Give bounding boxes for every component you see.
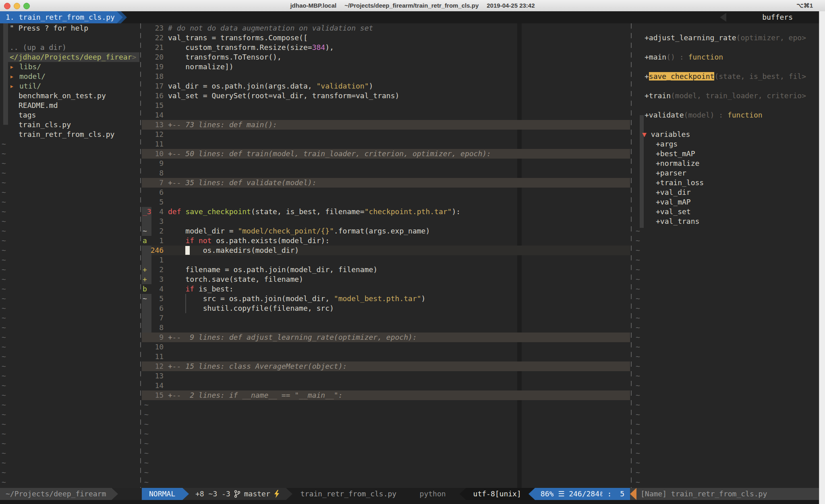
nerdtree-item-label: tags bbox=[19, 111, 36, 119]
code-line[interactable]: 7 bbox=[142, 313, 630, 323]
tagbar-tag[interactable]: +save_checkpoint(state, is_best, fil> bbox=[632, 72, 820, 81]
tagbar-tag[interactable]: +train(model, train_loader, criterio> bbox=[632, 91, 820, 101]
nerdtree-item[interactable]: benchmark_on_test.py bbox=[0, 91, 139, 101]
empty-line-tilde: ~ bbox=[0, 429, 139, 439]
code-line[interactable]: 12 bbox=[142, 130, 630, 139]
code-line[interactable]: 21 custom_transform.Resize(size=384), bbox=[142, 43, 630, 52]
folded-code-line[interactable]: 15+-- 2 lines: if __name__ == "__main__"… bbox=[142, 390, 630, 400]
nerdtree-item[interactable]: train_retr_from_cls.py bbox=[0, 130, 139, 139]
nerdtree-item[interactable]: .. (up a dir) bbox=[0, 43, 139, 52]
code-text: +-- 2 lines: if __name__ == "__main__": bbox=[168, 390, 342, 400]
command-line[interactable] bbox=[0, 500, 825, 504]
code-line[interactable]: 17val_dir = os.path.join(args.data, "val… bbox=[142, 81, 630, 91]
code-line[interactable]: ~5 src = os.path.join(model_dir, "model_… bbox=[142, 294, 630, 304]
nerdtree-item[interactable]: train_cls.py bbox=[0, 120, 139, 130]
tagbar-blank-line bbox=[632, 81, 820, 91]
git-segment: +8 ~3 -3 master bbox=[189, 488, 286, 500]
tagbar-tag[interactable]: +val_dir bbox=[632, 188, 820, 197]
code-line[interactable]: 10 bbox=[142, 342, 630, 352]
code-line[interactable]: +2 filename = os.path.join(model_dir, fi… bbox=[142, 265, 630, 275]
nerdtree-item[interactable]: </jdhao/Projects/deep_firear> bbox=[0, 52, 139, 62]
folded-code-line[interactable]: 7+-- 35 lines: def validate(model): bbox=[142, 178, 630, 188]
code-line[interactable]: 11 bbox=[142, 352, 630, 361]
list-icon: ☰ bbox=[558, 490, 564, 498]
nerdtree-item[interactable] bbox=[0, 33, 139, 43]
tagbar-tag[interactable]: +best_mAP bbox=[632, 149, 820, 159]
code-line[interactable]: 8 bbox=[142, 323, 630, 333]
code-line[interactable]: 5 bbox=[142, 197, 630, 207]
code-text: src = os.path.join(model_dir, "model_bes… bbox=[168, 294, 425, 304]
nerdtree-item[interactable]: ▸util/ bbox=[0, 81, 139, 91]
code-line[interactable]: 6 bbox=[142, 188, 630, 197]
tagbar-tag[interactable]: +normalize bbox=[632, 159, 820, 168]
code-line[interactable]: 246 os.makedirs(model_dir) bbox=[142, 246, 630, 255]
tagbar-tag[interactable]: +args bbox=[632, 139, 820, 149]
code-line[interactable]: 15 bbox=[142, 101, 630, 110]
nerdtree-item[interactable]: ▸model/ bbox=[0, 72, 139, 81]
tagbar-tag[interactable]: +val_mAP bbox=[632, 197, 820, 207]
gutter-sign: b bbox=[143, 284, 151, 294]
tagbar-tag[interactable]: +train_loss bbox=[632, 178, 820, 188]
code-text: if is_best: bbox=[168, 284, 234, 294]
keyboard-shortcut-hint: ⌥⌘1 bbox=[796, 0, 813, 11]
code-line[interactable]: 14 bbox=[142, 381, 630, 390]
tagbar-tag[interactable]: +val_trans bbox=[632, 217, 820, 226]
nerdtree-file-explorer[interactable]: " Press ? for help.. (up a dir)</jdhao/P… bbox=[0, 23, 139, 488]
empty-line-tilde: ~ bbox=[0, 246, 139, 255]
statusline: ~/Projects/deep_firearm NORMAL +8 ~3 -3 … bbox=[0, 488, 825, 500]
folded-code-line[interactable]: 9+-- 9 lines: def adjust_learning_rate(o… bbox=[142, 333, 630, 342]
sign-column-band bbox=[142, 323, 151, 333]
code-line[interactable]: 8 bbox=[142, 168, 630, 178]
tagbar-tag[interactable]: +adjust_learning_rate(optimizer, epo> bbox=[632, 33, 820, 43]
nerdtree-item-label: benchmark_on_test.py bbox=[19, 91, 106, 100]
nerdtree-item[interactable]: tags bbox=[0, 110, 139, 120]
empty-line-tilde: ~ bbox=[632, 468, 820, 477]
folded-code-line[interactable]: 10+-- 50 lines: def train(model, train_l… bbox=[142, 149, 630, 159]
code-line[interactable]: ~2 model_dir = "model/check_point/{}".fo… bbox=[142, 226, 630, 236]
code-line[interactable]: 6 shutil.copyfile(filename, src) bbox=[142, 304, 630, 313]
code-line[interactable]: +3 torch.save(state, filename) bbox=[142, 275, 630, 284]
empty-line-tilde: ~ bbox=[632, 294, 820, 304]
code-line[interactable]: 13 bbox=[142, 371, 630, 381]
code-line[interactable]: 20 transforms.ToTensor(), bbox=[142, 52, 630, 62]
tagbar-blank-line bbox=[632, 101, 820, 110]
code-line[interactable]: _34def save_checkpoint(state, is_best, f… bbox=[142, 207, 630, 217]
fold-open-triangle-icon: ▼ bbox=[642, 130, 647, 138]
code-line[interactable]: b4 if is_best: bbox=[142, 284, 630, 294]
code-line[interactable]: 23# do not do data augmentation on valid… bbox=[142, 23, 630, 33]
tagbar-tag[interactable]: +validate(model) : function bbox=[632, 110, 820, 120]
tagbar-kind-header[interactable]: ▼ variables bbox=[632, 130, 820, 139]
empty-line-tilde: ~ bbox=[632, 448, 820, 458]
tagbar-outline[interactable]: +adjust_learning_rate(optimizer, epo>+ma… bbox=[632, 23, 820, 488]
nerdtree-item[interactable]: ▸libs/ bbox=[0, 62, 139, 72]
folded-code-line[interactable]: 13+-- 73 lines: def main(): bbox=[142, 120, 630, 130]
line-number: 11 bbox=[151, 352, 164, 361]
code-line[interactable]: 22val_trans = transforms.Compose([ bbox=[142, 33, 630, 43]
code-line[interactable]: 11 bbox=[142, 139, 630, 149]
nerdtree-item[interactable]: README.md bbox=[0, 101, 139, 110]
line-number: 16 bbox=[151, 91, 164, 101]
nerdtree-item-label: README.md bbox=[19, 101, 58, 109]
code-line[interactable]: a1 if not os.path.exists(model_dir): bbox=[142, 236, 630, 246]
empty-line-tilde: ~ bbox=[0, 149, 139, 159]
code-line[interactable]: 18 bbox=[142, 72, 630, 81]
window-scrollbar[interactable] bbox=[819, 11, 825, 504]
code-line[interactable]: 9 bbox=[142, 159, 630, 168]
tagbar-tag[interactable]: +main() : function bbox=[632, 52, 820, 62]
code-line[interactable]: 3 bbox=[142, 217, 630, 226]
sign-column-band bbox=[142, 313, 151, 323]
folded-code-line[interactable]: 12+-- 15 lines: class AverageMeter(objec… bbox=[142, 361, 630, 371]
powerline-arrow-icon bbox=[286, 488, 292, 500]
code-line[interactable]: 19 normalize]) bbox=[142, 62, 630, 72]
nerdtree-item[interactable]: " Press ? for help bbox=[0, 23, 139, 33]
code-line[interactable]: 16val_set = QuerySet(root=val_dir, trans… bbox=[142, 91, 630, 101]
tab-buffer-1[interactable]: 1. train_retr_from_cls.py bbox=[0, 11, 123, 23]
tagbar-tag[interactable]: +val_set bbox=[632, 207, 820, 217]
empty-line-tilde: ~ bbox=[0, 236, 139, 246]
git-diff-counts: +8 ~3 -3 bbox=[195, 488, 230, 500]
code-line[interactable]: 1 bbox=[142, 255, 630, 265]
folder-collapsed-icon: ▸ bbox=[10, 62, 19, 72]
code-line[interactable]: 14 bbox=[142, 110, 630, 120]
code-editor[interactable]: 23# do not do data augmentation on valid… bbox=[142, 23, 630, 488]
tagbar-tag[interactable]: +parser bbox=[632, 168, 820, 178]
